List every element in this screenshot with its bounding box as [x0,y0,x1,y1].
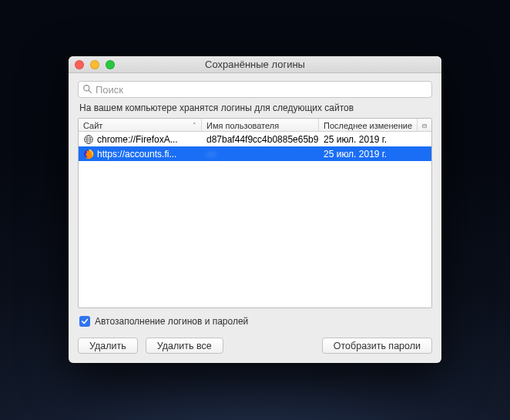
column-user[interactable]: Имя пользователя [202,119,319,131]
svg-line-1 [89,90,91,92]
table-body: chrome://FirefoxA... d87baf44f9cc4b0885e… [79,132,431,307]
show-passwords-button-label: Отобразить пароли [334,341,421,351]
checkbox-icon[interactable] [79,316,90,327]
delete-button[interactable]: Удалить [78,338,138,354]
column-user-label: Имя пользователя [206,121,279,130]
table-row[interactable]: chrome://FirefoxA... d87baf44f9cc4b0885e… [79,132,431,146]
delete-all-button-label: Удалить все [157,341,212,351]
column-modified-label: Последнее изменение [324,121,412,130]
search-input[interactable] [78,81,432,98]
footer: Автозаполнение логинов и паролей Удалить… [69,308,441,363]
autofill-label: Автозаполнение логинов и паролей [95,316,248,327]
button-row: Удалить Удалить все Отобразить пароли [78,338,432,354]
autofill-checkbox-row[interactable]: Автозаполнение логинов и паролей [78,316,432,327]
cell-user: — [202,149,319,160]
table-header: Сайт ˄ Имя пользователя Последнее измене… [79,119,431,132]
table-row[interactable]: https://accounts.fi... — 25 июл. 2019 г. [79,146,431,161]
cell-user: d87baf44f9cc4b0885e65b9... [202,134,319,145]
cell-modified-text: 25 июл. 2019 г. [324,134,387,145]
globe-icon [83,134,94,145]
content: На вашем компьютере хранятся логины для … [69,73,441,308]
cell-user-text: d87baf44f9cc4b0885e65b9... [206,134,319,145]
column-picker-icon [422,122,427,130]
column-modified[interactable]: Последнее изменение [319,119,418,131]
column-site-label: Сайт [83,121,102,130]
sort-caret-icon: ˄ [193,122,196,129]
cell-modified-text: 25 июл. 2019 г. [324,149,387,160]
delete-button-label: Удалить [89,341,126,351]
saved-logins-window: Сохранённые логины На вашем компьютере х… [69,56,441,363]
cell-site: chrome://FirefoxA... [79,134,202,145]
cell-modified: 25 июл. 2019 г. [319,134,418,145]
column-picker[interactable] [418,119,431,131]
cell-site-text: https://accounts.fi... [97,149,176,160]
show-passwords-button[interactable]: Отобразить пароли [322,338,432,354]
cell-user-text: — [206,149,216,160]
cell-site-text: chrome://FirefoxA... [97,134,178,145]
titlebar[interactable]: Сохранённые логины [69,56,441,73]
svg-rect-2 [423,124,427,127]
delete-all-button[interactable]: Удалить все [146,338,223,354]
firefox-icon [83,149,94,160]
search-icon [82,84,92,94]
logins-table: Сайт ˄ Имя пользователя Последнее измене… [78,118,432,308]
description-text: На вашем компьютере хранятся логины для … [78,102,432,113]
cell-site: https://accounts.fi... [79,149,202,160]
window-title: Сохранённые логины [69,59,441,70]
column-site[interactable]: Сайт ˄ [79,119,202,131]
search-wrap [78,81,432,98]
cell-modified: 25 июл. 2019 г. [319,149,418,160]
checkmark-icon [81,318,89,325]
